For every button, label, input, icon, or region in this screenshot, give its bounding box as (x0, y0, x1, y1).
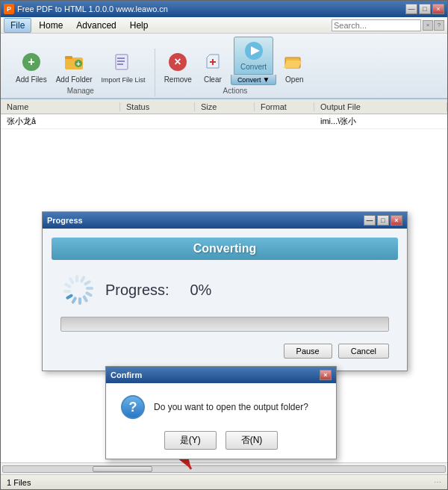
progress-dialog-controls: — □ × (364, 215, 402, 226)
confirm-close-button[interactable]: × (320, 370, 332, 380)
resize-handle: ⋯ (434, 478, 441, 486)
import-file-list-icon (111, 51, 135, 75)
menu-advanced[interactable]: Advanced (70, 19, 122, 32)
title-bar-controls: — □ × (405, 4, 444, 14)
search-close-icon[interactable]: × (423, 20, 433, 31)
ribbon-manage-buttons: + Add Files + Add Folder (13, 49, 149, 85)
minimize-button[interactable]: — (405, 4, 417, 14)
progress-minimize-button[interactable]: — (364, 215, 376, 226)
files-count: 1 Files (7, 478, 31, 487)
table-row[interactable]: 张小龙å imi...\张小 (1, 114, 447, 129)
clear-button[interactable]: Clear (198, 49, 228, 85)
search-go-icon[interactable]: ? (434, 20, 444, 31)
svg-rect-7 (117, 58, 125, 59)
confirm-no-button[interactable]: 否(N) (225, 431, 279, 450)
menu-file[interactable]: File (4, 18, 31, 33)
convert-label: Convert (240, 63, 267, 71)
open-icon (282, 50, 306, 74)
confirm-title: Confirm (111, 370, 142, 379)
progress-dialog-title-bar: Progress — □ × (43, 212, 407, 229)
spinner (60, 272, 96, 308)
cancel-button[interactable]: Cancel (338, 344, 389, 359)
confirm-message: Do you want to open the output folder? (154, 402, 308, 412)
close-button[interactable]: × (432, 4, 444, 14)
add-files-button[interactable]: + Add Files (13, 49, 50, 85)
file-output-cell: imi...\张小 (314, 116, 447, 127)
svg-text:×: × (175, 55, 181, 68)
ribbon-group-manage: + Add Files + Add Folder (7, 49, 155, 96)
open-button[interactable]: Open (279, 49, 309, 85)
title-bar: P Free PDF to HTML 1.0.0.0 www.leawo.cn … (1, 1, 447, 17)
confirm-content: ? Do you want to open the output folder? (121, 395, 321, 419)
ribbon: + Add Files + Add Folder (1, 34, 447, 99)
progress-text: Progress: 0% (105, 282, 211, 299)
col-header-output: Output File (314, 102, 447, 111)
progress-value: 0% (190, 282, 211, 298)
remove-icon: × (166, 50, 190, 74)
remove-button[interactable]: × Remove (161, 49, 195, 85)
search-input[interactable] (332, 19, 421, 31)
progress-dialog-title: Progress (47, 216, 83, 225)
maximize-button[interactable]: □ (419, 4, 431, 14)
app-window: P Free PDF to HTML 1.0.0.0 www.leawo.cn … (0, 0, 448, 490)
col-header-size: Size (195, 102, 255, 111)
confirm-buttons: 是(Y) 否(N) (121, 431, 321, 450)
svg-rect-3 (65, 56, 72, 59)
dialog-buttons: Pause Cancel (60, 344, 389, 359)
ribbon-actions-buttons: × Remove Clear (161, 37, 310, 85)
convert-button[interactable]: Convert Convert ▼ (231, 37, 276, 85)
converting-banner: Converting (52, 238, 398, 260)
app-body: Name Status Size Format Output File 张小龙å… (1, 99, 447, 489)
col-header-status: Status (120, 102, 195, 111)
add-folder-button[interactable]: + Add Folder (53, 49, 96, 85)
progress-maximize-button[interactable]: □ (377, 215, 389, 226)
menu-help[interactable]: Help (124, 19, 155, 32)
progress-label: Progress: (105, 282, 169, 298)
remove-label: Remove (164, 75, 192, 84)
horizontal-scrollbar[interactable] (1, 462, 447, 474)
clear-label: Clear (204, 75, 222, 84)
scrollbar-thumb[interactable] (93, 466, 152, 472)
column-headers: Name Status Size Format Output File (1, 99, 447, 114)
open-label: Open (285, 75, 303, 84)
convert-btn-top: Convert (234, 37, 273, 75)
dialog-body: Progress: 0% Pause Cancel (43, 260, 407, 370)
svg-rect-8 (117, 61, 125, 62)
progress-bar-container (60, 317, 389, 332)
add-files-label: Add Files (16, 75, 47, 84)
ribbon-group-actions: × Remove Clear (155, 37, 316, 96)
file-name-cell: 张小龙å (1, 116, 120, 127)
actions-group-label: Actions (223, 87, 248, 95)
import-file-list-label: Import File List (102, 76, 146, 84)
convert-dropdown-label: Convert (237, 76, 261, 84)
converting-label: Converting (193, 242, 256, 255)
convert-dropdown[interactable]: Convert ▼ (231, 75, 276, 85)
col-header-format: Format (255, 102, 314, 111)
menu-home[interactable]: Home (33, 19, 69, 32)
pause-button[interactable]: Pause (284, 344, 332, 359)
app-title: Free PDF to HTML 1.0.0.0 www.leawo.cn (17, 4, 168, 13)
convert-dropdown-arrow: ▼ (262, 75, 270, 84)
svg-rect-9 (117, 63, 123, 65)
app-icon: P (4, 4, 14, 14)
col-header-name: Name (1, 102, 120, 111)
confirm-body: ? Do you want to open the output folder?… (106, 383, 336, 459)
svg-text:+: + (28, 55, 34, 68)
progress-close-button[interactable]: × (391, 215, 402, 226)
confirm-title-bar: Confirm × (106, 367, 336, 383)
title-bar-left: P Free PDF to HTML 1.0.0.0 www.leawo.cn (4, 4, 168, 14)
confirm-yes-button[interactable]: 是(Y) (164, 431, 217, 450)
scrollbar-track[interactable] (2, 465, 446, 473)
menu-bar: File Home Advanced Help × ? (1, 17, 447, 34)
add-files-icon: + (19, 50, 43, 74)
clear-icon (201, 50, 225, 74)
search-icons: × ? (423, 20, 444, 31)
add-folder-icon: + (62, 50, 86, 74)
import-file-list-button[interactable]: Import File List (99, 49, 149, 85)
svg-text:+: + (76, 60, 81, 68)
add-folder-label: Add Folder (56, 75, 93, 84)
confirm-dialog: Confirm × ? Do you want to open the outp… (105, 366, 337, 459)
progress-row: Progress: 0% (60, 272, 389, 308)
menu-search: × ? (332, 19, 444, 31)
status-bar: 1 Files ⋯ (1, 474, 447, 489)
